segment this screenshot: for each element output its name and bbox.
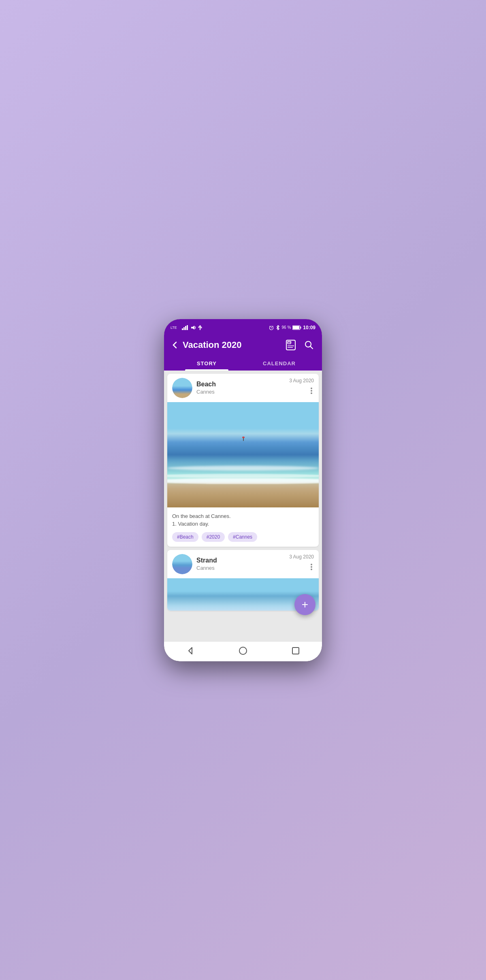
- strand-avatar: [172, 554, 192, 574]
- svg-point-26: [239, 647, 247, 654]
- back-arrow-icon: [171, 341, 179, 349]
- nav-bar: [164, 641, 322, 661]
- search-icon: [304, 340, 314, 350]
- bars-icon: [182, 325, 189, 330]
- signal-icon: LTE: [171, 322, 180, 333]
- svg-text:LTE: LTE: [171, 326, 177, 330]
- fab-button[interactable]: +: [294, 594, 315, 615]
- nav-back-button[interactable]: [185, 645, 196, 656]
- volume-icon: [191, 325, 196, 330]
- strand-card-header-right: 3 Aug 2020: [289, 554, 314, 572]
- svg-point-8: [198, 326, 200, 328]
- tag-beach[interactable]: #Beach: [172, 532, 198, 542]
- beach-card-header-right: 3 Aug 2020: [289, 378, 314, 396]
- strand-card-header: Strand Cannes 3 Aug 2020: [167, 550, 319, 578]
- beach-tags: #Beach #2020 #Cannes: [172, 532, 314, 542]
- phone-frame: LTE: [164, 319, 322, 661]
- time-display: 10:09: [303, 325, 315, 330]
- svg-line-24: [310, 346, 313, 349]
- dot2: [311, 390, 312, 392]
- wave3: [167, 478, 319, 484]
- header-icons: PDF: [285, 339, 315, 352]
- dot1: [311, 388, 312, 389]
- beach-scene: [167, 402, 319, 507]
- app-header: Vacation 2020 PDF: [164, 334, 322, 371]
- svg-marker-25: [189, 648, 192, 654]
- dot4: [311, 564, 312, 565]
- dot5: [311, 566, 312, 568]
- beach-card-date: 3 Aug 2020: [289, 378, 314, 383]
- horizon-line: [167, 442, 319, 442]
- status-right: 96 % 10:09: [269, 325, 316, 330]
- svg-rect-3: [185, 326, 186, 330]
- strand-card-subtitle: Cannes: [196, 565, 217, 571]
- pdf-icon: PDF: [286, 339, 297, 351]
- page-title: Vacation 2020: [183, 340, 285, 350]
- status-bar: LTE: [164, 319, 322, 334]
- beach-card: Beach Cannes 3 Aug 2020: [167, 374, 319, 547]
- status-left: LTE: [171, 322, 202, 333]
- content-area: Beach Cannes 3 Aug 2020: [164, 371, 322, 641]
- tab-story[interactable]: STORY: [171, 356, 243, 371]
- dot3: [311, 392, 312, 394]
- nav-home-button[interactable]: [237, 645, 249, 656]
- svg-rect-1: [182, 328, 183, 330]
- pdf-button[interactable]: PDF: [285, 339, 298, 352]
- wave2: [167, 474, 319, 478]
- beach-card-header-left: Beach Cannes: [172, 378, 216, 398]
- battery-text: 96 %: [282, 325, 291, 330]
- beach-card-info: Beach Cannes: [196, 381, 216, 395]
- header-top: Vacation 2020 PDF: [171, 339, 315, 352]
- svg-rect-4: [187, 325, 188, 330]
- strand-card-date: 3 Aug 2020: [289, 554, 314, 560]
- alarm-icon: [269, 325, 274, 330]
- svg-rect-27: [292, 648, 299, 654]
- tag-2020[interactable]: #2020: [202, 532, 225, 542]
- phone-inner: LTE: [164, 319, 322, 661]
- search-button[interactable]: [303, 339, 315, 352]
- usb-icon: [198, 325, 202, 330]
- beach-card-description: On the beach at Cannes.1. Vacation day.: [172, 512, 314, 528]
- strand-more-button[interactable]: [309, 562, 314, 572]
- strand-card-header-left: Strand Cannes: [172, 554, 217, 574]
- svg-marker-5: [191, 326, 194, 330]
- nav-recent-icon: [291, 646, 301, 656]
- back-button[interactable]: [171, 341, 179, 349]
- tab-calendar[interactable]: CALENDAR: [243, 356, 315, 371]
- svg-rect-2: [183, 327, 185, 330]
- nav-home-icon: [238, 646, 248, 656]
- svg-rect-17: [293, 326, 299, 329]
- beach-more-button[interactable]: [309, 386, 314, 396]
- svg-text:PDF: PDF: [288, 341, 292, 343]
- beach-avatar-image: [172, 378, 192, 398]
- wave1: [167, 466, 319, 471]
- beach-card-header: Beach Cannes 3 Aug 2020: [167, 374, 319, 402]
- bluetooth-icon: [275, 325, 280, 330]
- beach-card-image: [167, 402, 319, 507]
- battery-icon: [292, 325, 301, 330]
- svg-rect-9: [201, 327, 202, 328]
- beach-card-subtitle: Cannes: [196, 389, 216, 395]
- tag-cannes[interactable]: #Cannes: [228, 532, 257, 542]
- nav-back-icon: [185, 646, 195, 656]
- beach-card-title: Beach: [196, 381, 216, 388]
- svg-rect-16: [301, 326, 301, 328]
- strand-card-title: Strand: [196, 557, 217, 564]
- buoy: [243, 438, 244, 441]
- strand-avatar-image: [172, 554, 192, 574]
- dot6: [311, 569, 312, 570]
- beach-card-body: On the beach at Cannes.1. Vacation day. …: [167, 507, 319, 547]
- beach-avatar: [172, 378, 192, 398]
- tabs-container: STORY CALENDAR: [171, 356, 315, 371]
- nav-recent-button[interactable]: [290, 645, 301, 656]
- strand-card-info: Strand Cannes: [196, 557, 217, 571]
